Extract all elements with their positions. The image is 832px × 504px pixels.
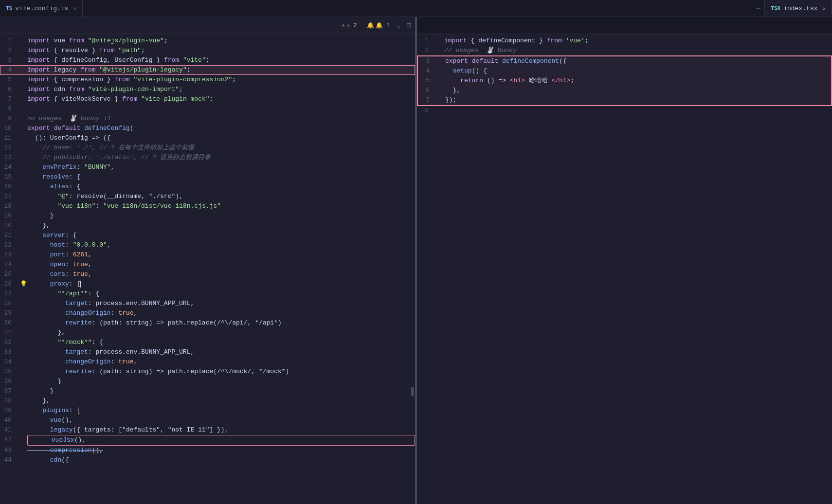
chevron-down-icon[interactable]: ⌄	[397, 21, 400, 30]
left-line-41[interactable]: 41 legacy({ targets: ["defaults", "not I…	[0, 425, 415, 435]
left-line-2[interactable]: 2import { resolve } from "path";	[0, 46, 415, 55]
red-outline-box: 3export default defineComponent({4 setup…	[417, 55, 832, 106]
left-line-19[interactable]: 19 }	[0, 211, 415, 221]
line-content-10: export default defineConfig(	[27, 124, 415, 133]
right-line-1[interactable]: 1import { defineComponent } from 'vue';	[417, 36, 832, 46]
line-content-31: },	[27, 328, 415, 338]
left-line-1[interactable]: 1import vue from "@vitejs/plugin-vue";	[0, 36, 415, 46]
line-number-35: 35	[0, 367, 19, 377]
left-line-28[interactable]: 28 target: process.env.BUNNY_APP_URL,	[0, 299, 415, 308]
right-line-6[interactable]: 6 },	[418, 86, 831, 95]
left-line-42[interactable]: 42 vueJsx(),	[0, 435, 415, 446]
left-line-35[interactable]: 35 rewrite: (path: string) => path.repla…	[0, 367, 415, 377]
left-line-6[interactable]: 6import cdn from "vite-plugin-cdn-import…	[0, 85, 415, 94]
tab-index-tsx[interactable]: TSX index.tsx ✕	[764, 0, 832, 17]
left-line-8[interactable]: 8	[0, 104, 415, 114]
split-editor-icon[interactable]: ⊟	[406, 20, 411, 30]
left-line-26[interactable]: 26💡 proxy: {	[0, 279, 415, 289]
right-code-content[interactable]: 1import { defineComponent } from 'vue';2…	[417, 34, 832, 504]
left-line-34[interactable]: 34 changeOrigin: true,	[0, 357, 415, 367]
line-content-26: proxy: {	[27, 279, 415, 289]
more-options-icon[interactable]: ⋯	[757, 4, 760, 13]
left-line-37[interactable]: 37 }	[0, 386, 415, 396]
left-line-32[interactable]: 32 "*/mock*": {	[0, 338, 415, 347]
left-line-25[interactable]: 25 cors: true,	[0, 270, 415, 279]
left-line-33[interactable]: 33 target: process.env.BUNNY_APP_URL,	[0, 347, 415, 357]
line-number-33: 33	[0, 347, 19, 357]
left-line-27[interactable]: 27 "*/api*": {	[0, 289, 415, 299]
line-number-3: 3	[0, 55, 19, 65]
tab-vite-config[interactable]: TS vite.config.ts ✕	[0, 0, 83, 17]
left-code-lines: 1import vue from "@vitejs/plugin-vue";2i…	[0, 36, 415, 465]
warning-badge-blue[interactable]: 🔔 🔔 1	[364, 21, 393, 30]
right-line-3[interactable]: 3export default defineComponent({	[418, 56, 831, 66]
right-line-5[interactable]: 5 return () => <h1> 哈哈哈 </h1>;	[418, 76, 831, 86]
tab-bar: TS vite.config.ts ✕ ⋯ TSX index.tsx ✕	[0, 0, 832, 17]
line-content-28: target: process.env.BUNNY_APP_URL,	[27, 299, 415, 308]
right-line-content-1: import { defineComponent } from 'vue';	[444, 36, 832, 46]
tsx-icon: TSX	[771, 5, 780, 11]
line-content-36: }	[27, 377, 415, 386]
left-line-24[interactable]: 24 open: true,	[0, 260, 415, 270]
left-line-9[interactable]: 9no usages 🐰 bunny +1	[0, 114, 415, 124]
lightbulb-icon[interactable]: 💡	[20, 279, 27, 289]
info-count: 🔔 1	[376, 22, 390, 29]
line-content-13: // publicDir: './static', // ? 设置静态资源目录	[27, 153, 415, 162]
line-number-2: 2	[0, 46, 19, 55]
left-line-31[interactable]: 31 },	[0, 328, 415, 338]
line-number-34: 34	[0, 357, 19, 367]
close-index-tsx[interactable]: ✕	[822, 5, 826, 12]
right-line-2[interactable]: 2// usages 🐰 Bunny	[417, 46, 832, 55]
right-line-7[interactable]: 7});	[418, 95, 831, 105]
left-line-7[interactable]: 7import { viteMockServe } from "vite-plu…	[0, 94, 415, 104]
left-scrollbar[interactable]	[410, 34, 415, 504]
left-code-content[interactable]: 1import vue from "@vitejs/plugin-vue";2i…	[0, 34, 415, 504]
right-line-content-6: },	[445, 86, 831, 95]
warnings-container: ⚠ ⚠ 2 🔔 🔔 1 ⌄ ⊟	[339, 20, 411, 30]
left-line-4[interactable]: 4import legacy from "@vitejs/plugin-lega…	[0, 65, 415, 75]
left-line-18[interactable]: 18 "vue-i18n": "vue-i18n/dist/vue-i18n.c…	[0, 201, 415, 211]
ts-icon: TS	[6, 5, 12, 11]
left-line-16[interactable]: 16 alias: {	[0, 182, 415, 192]
line-number-42: 42	[0, 435, 19, 445]
line-number-25: 25	[0, 270, 19, 279]
line-number-44: 44	[0, 455, 19, 465]
left-line-22[interactable]: 22 host: "0.0.0.0",	[0, 240, 415, 250]
line-content-1: import vue from "@vitejs/plugin-vue";	[27, 36, 415, 46]
left-line-13[interactable]: 13 // publicDir: './static', // ? 设置静态资源…	[0, 153, 415, 162]
line-content-7: import { viteMockServe } from "vite-plug…	[27, 94, 415, 104]
left-line-15[interactable]: 15 resolve: {	[0, 172, 415, 182]
close-vite-config[interactable]: ✕	[73, 5, 76, 12]
line-number-11: 11	[0, 133, 19, 143]
left-line-40[interactable]: 40 vue(),	[0, 415, 415, 425]
left-line-38[interactable]: 38 },	[0, 396, 415, 406]
line-number-8: 8	[0, 104, 19, 114]
left-line-23[interactable]: 23 port: 6261,	[0, 250, 415, 260]
left-line-36[interactable]: 36 }	[0, 377, 415, 386]
line-number-4: 4	[0, 65, 19, 75]
line-content-25: cors: true,	[27, 270, 415, 279]
left-line-43[interactable]: 43 compression(),	[0, 446, 415, 455]
line-content-43: compression(),	[27, 446, 415, 455]
line-content-17: "@": resolve(__dirname, "./src"),	[27, 192, 415, 201]
left-line-17[interactable]: 17 "@": resolve(__dirname, "./src"),	[0, 192, 415, 201]
left-line-3[interactable]: 3import { defineConfig, UserConfig } fro…	[0, 55, 415, 65]
left-line-29[interactable]: 29 changeOrigin: true,	[0, 308, 415, 318]
right-line-4[interactable]: 4 setup() {	[418, 66, 831, 76]
left-line-12[interactable]: 12 // base: './', // ? 在每个文件前加上这个前缀	[0, 143, 415, 153]
left-line-44[interactable]: 44 cdn({	[0, 455, 415, 465]
left-header-bar: ⚠ ⚠ 2 🔔 🔔 1 ⌄ ⊟	[0, 17, 415, 34]
left-scrollbar-thumb[interactable]	[411, 387, 414, 396]
left-line-30[interactable]: 30 rewrite: (path: string) => path.repla…	[0, 318, 415, 328]
left-line-21[interactable]: 21 server: {	[0, 231, 415, 240]
left-line-20[interactable]: 20 },	[0, 221, 415, 231]
warning-badge-yellow[interactable]: ⚠ ⚠ 2	[339, 21, 360, 30]
line-content-5: import { compression } from "vite-plugin…	[27, 75, 415, 85]
left-line-14[interactable]: 14 envPrefix: "BUNNY",	[0, 162, 415, 172]
line-content-39: plugins: [	[27, 406, 415, 415]
left-line-5[interactable]: 5import { compression } from "vite-plugi…	[0, 75, 415, 85]
left-line-11[interactable]: 11 (): UserConfig => ({	[0, 133, 415, 143]
left-line-39[interactable]: 39 plugins: [	[0, 406, 415, 415]
left-line-10[interactable]: 10export default defineConfig(	[0, 124, 415, 133]
right-line-8[interactable]: 8	[417, 106, 832, 116]
